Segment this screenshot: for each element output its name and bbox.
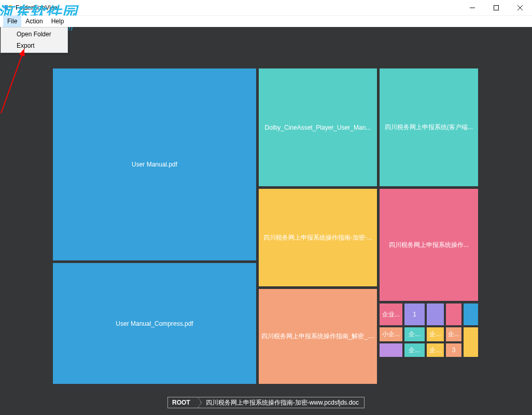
- maximize-button[interactable]: [484, 0, 508, 16]
- treemap-tile[interactable]: 企...: [446, 327, 461, 341]
- treemap-tile[interactable]: [427, 303, 444, 325]
- treemap-tile[interactable]: 四川税务网上申报系统操作指南_解密_....: [259, 289, 377, 384]
- minimize-button[interactable]: [460, 0, 484, 16]
- menu-open-folder[interactable]: Open Folder: [2, 29, 66, 40]
- treemap-tile[interactable]: 四川税务网上申报系统操作...: [380, 189, 478, 301]
- treemap-tile[interactable]: [464, 303, 478, 325]
- treemap: User Manual.pdfUser Manual_Compress.pdfD…: [53, 68, 478, 384]
- treemap-tile[interactable]: User Manual_Compress.pdf: [53, 263, 256, 384]
- treemap-tile[interactable]: [380, 359, 478, 384]
- close-button[interactable]: [508, 0, 532, 16]
- treemap-tile[interactable]: 企...: [427, 343, 444, 357]
- treemap-tile[interactable]: 企...: [427, 327, 444, 341]
- treemap-tile[interactable]: [464, 327, 478, 357]
- treemap-tile[interactable]: Dolby_CineAsset_Player_User_Man...: [259, 68, 377, 186]
- treemap-tile[interactable]: 企...: [404, 327, 425, 341]
- window-titlebar: FolderSizeView: [0, 0, 532, 16]
- treemap-tile[interactable]: 企...: [404, 343, 425, 357]
- breadcrumb: ROOT 四川税务网上申报系统操作指南-加密-www.pcdsfjds.doc: [167, 397, 365, 408]
- app-icon: [4, 4, 12, 12]
- svg-rect-4: [494, 5, 499, 10]
- breadcrumb-root[interactable]: ROOT: [167, 397, 198, 408]
- svg-rect-1: [9, 5, 12, 8]
- menu-action[interactable]: Action: [21, 16, 47, 27]
- menu-help[interactable]: Help: [47, 16, 68, 27]
- treemap-tile[interactable]: User Manual.pdf: [53, 68, 256, 260]
- treemap-tile[interactable]: [446, 303, 461, 325]
- svg-line-7: [1, 50, 24, 113]
- treemap-tile[interactable]: 3: [446, 343, 461, 357]
- window-title: FolderSizeView: [16, 4, 460, 11]
- annotation-arrow: [0, 47, 29, 114]
- treemap-canvas: User Manual.pdfUser Manual_Compress.pdfD…: [0, 27, 532, 415]
- svg-rect-0: [5, 5, 8, 10]
- treemap-tile[interactable]: 四川税务网上申报系统操作指南-加密-...: [259, 189, 377, 286]
- menu-file[interactable]: File: [3, 16, 21, 27]
- breadcrumb-path[interactable]: 四川税务网上申报系统操作指南-加密-www.pcdsfjds.doc: [198, 397, 365, 408]
- svg-rect-2: [9, 9, 12, 10]
- treemap-tile[interactable]: [380, 343, 402, 357]
- treemap-tile[interactable]: 1: [404, 303, 425, 325]
- treemap-tile[interactable]: 小企...: [380, 327, 402, 341]
- treemap-tile[interactable]: 企业...: [380, 303, 402, 325]
- menubar: File Action Help: [0, 16, 532, 27]
- treemap-tile[interactable]: 四川税务网上申报系统(客户端...: [380, 68, 478, 186]
